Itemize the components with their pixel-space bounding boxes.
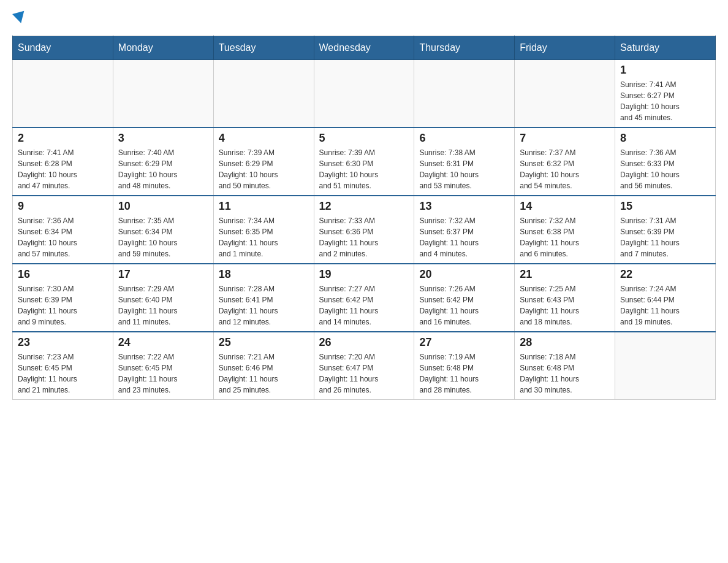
day-info: Sunrise: 7:20 AM Sunset: 6:47 PM Dayligh… [319,351,409,396]
day-info: Sunrise: 7:25 AM Sunset: 6:43 PM Dayligh… [520,283,610,327]
day-number: 28 [520,336,610,349]
day-info: Sunrise: 7:31 AM Sunset: 6:39 PM Dayligh… [620,215,710,259]
day-number: 25 [219,336,309,349]
calendar-cell: 9Sunrise: 7:36 AM Sunset: 6:34 PM Daylig… [13,196,113,264]
calendar-header-thursday: Thursday [414,36,515,60]
calendar-cell [414,60,515,128]
calendar-header-saturday: Saturday [615,36,716,60]
day-number: 15 [620,200,710,213]
day-info: Sunrise: 7:40 AM Sunset: 6:29 PM Dayligh… [118,147,208,191]
calendar-cell: 10Sunrise: 7:35 AM Sunset: 6:34 PM Dayli… [113,196,213,264]
day-number: 24 [118,336,208,349]
day-info: Sunrise: 7:21 AM Sunset: 6:46 PM Dayligh… [219,351,309,396]
day-number: 16 [18,268,108,281]
calendar-cell: 27Sunrise: 7:19 AM Sunset: 6:48 PM Dayli… [414,332,515,400]
calendar-cell: 8Sunrise: 7:36 AM Sunset: 6:33 PM Daylig… [615,128,716,196]
day-info: Sunrise: 7:24 AM Sunset: 6:44 PM Dayligh… [620,283,710,327]
calendar-cell: 1Sunrise: 7:41 AM Sunset: 6:27 PM Daylig… [615,60,716,128]
day-number: 17 [118,268,208,281]
calendar-cell: 13Sunrise: 7:32 AM Sunset: 6:37 PM Dayli… [414,196,515,264]
day-info: Sunrise: 7:18 AM Sunset: 6:48 PM Dayligh… [520,351,610,396]
day-number: 26 [319,336,409,349]
day-number: 3 [118,132,208,145]
day-info: Sunrise: 7:37 AM Sunset: 6:32 PM Dayligh… [520,147,610,191]
logo [12,12,26,23]
calendar-cell [515,60,615,128]
day-number: 11 [219,200,309,213]
day-info: Sunrise: 7:36 AM Sunset: 6:33 PM Dayligh… [620,147,710,191]
calendar-cell: 17Sunrise: 7:29 AM Sunset: 6:40 PM Dayli… [113,264,213,332]
calendar-cell: 4Sunrise: 7:39 AM Sunset: 6:29 PM Daylig… [213,128,314,196]
calendar-cell: 23Sunrise: 7:23 AM Sunset: 6:45 PM Dayli… [13,332,113,400]
day-number: 20 [419,268,509,281]
day-info: Sunrise: 7:33 AM Sunset: 6:36 PM Dayligh… [319,215,409,259]
day-number: 19 [319,268,409,281]
day-number: 23 [18,336,108,349]
day-info: Sunrise: 7:26 AM Sunset: 6:42 PM Dayligh… [419,283,509,327]
calendar-week-5: 23Sunrise: 7:23 AM Sunset: 6:45 PM Dayli… [13,332,716,400]
calendar-header-friday: Friday [515,36,615,60]
day-number: 1 [620,64,710,77]
day-number: 7 [520,132,610,145]
day-info: Sunrise: 7:29 AM Sunset: 6:40 PM Dayligh… [118,283,208,327]
calendar-cell: 15Sunrise: 7:31 AM Sunset: 6:39 PM Dayli… [615,196,716,264]
calendar-cell: 7Sunrise: 7:37 AM Sunset: 6:32 PM Daylig… [515,128,615,196]
calendar-cell: 6Sunrise: 7:38 AM Sunset: 6:31 PM Daylig… [414,128,515,196]
day-info: Sunrise: 7:41 AM Sunset: 6:28 PM Dayligh… [18,147,108,191]
day-info: Sunrise: 7:34 AM Sunset: 6:35 PM Dayligh… [219,215,309,259]
calendar-cell: 22Sunrise: 7:24 AM Sunset: 6:44 PM Dayli… [615,264,716,332]
calendar-cell: 18Sunrise: 7:28 AM Sunset: 6:41 PM Dayli… [213,264,314,332]
calendar-cell [113,60,213,128]
day-number: 6 [419,132,509,145]
day-number: 13 [419,200,509,213]
calendar-cell [213,60,314,128]
calendar-cell: 24Sunrise: 7:22 AM Sunset: 6:45 PM Dayli… [113,332,213,400]
calendar-week-4: 16Sunrise: 7:30 AM Sunset: 6:39 PM Dayli… [13,264,716,332]
day-info: Sunrise: 7:41 AM Sunset: 6:27 PM Dayligh… [620,79,710,123]
calendar-header-sunday: Sunday [13,36,113,60]
day-number: 18 [219,268,309,281]
calendar-week-1: 1Sunrise: 7:41 AM Sunset: 6:27 PM Daylig… [13,60,716,128]
calendar-cell: 16Sunrise: 7:30 AM Sunset: 6:39 PM Dayli… [13,264,113,332]
calendar-cell: 14Sunrise: 7:32 AM Sunset: 6:38 PM Dayli… [515,196,615,264]
calendar-cell: 25Sunrise: 7:21 AM Sunset: 6:46 PM Dayli… [213,332,314,400]
calendar-cell: 20Sunrise: 7:26 AM Sunset: 6:42 PM Dayli… [414,264,515,332]
calendar-cell [314,60,414,128]
calendar-cell [615,332,716,400]
day-info: Sunrise: 7:35 AM Sunset: 6:34 PM Dayligh… [118,215,208,259]
day-number: 14 [520,200,610,213]
calendar-cell: 5Sunrise: 7:39 AM Sunset: 6:30 PM Daylig… [314,128,414,196]
day-number: 12 [319,200,409,213]
calendar-cell: 19Sunrise: 7:27 AM Sunset: 6:42 PM Dayli… [314,264,414,332]
day-info: Sunrise: 7:38 AM Sunset: 6:31 PM Dayligh… [419,147,509,191]
calendar-cell: 21Sunrise: 7:25 AM Sunset: 6:43 PM Dayli… [515,264,615,332]
day-number: 21 [520,268,610,281]
day-info: Sunrise: 7:39 AM Sunset: 6:30 PM Dayligh… [319,147,409,191]
calendar-cell: 11Sunrise: 7:34 AM Sunset: 6:35 PM Dayli… [213,196,314,264]
calendar-cell: 28Sunrise: 7:18 AM Sunset: 6:48 PM Dayli… [515,332,615,400]
day-info: Sunrise: 7:22 AM Sunset: 6:45 PM Dayligh… [118,351,208,396]
day-number: 22 [620,268,710,281]
day-info: Sunrise: 7:32 AM Sunset: 6:37 PM Dayligh… [419,215,509,259]
day-number: 27 [419,336,509,349]
day-info: Sunrise: 7:19 AM Sunset: 6:48 PM Dayligh… [419,351,509,396]
day-info: Sunrise: 7:28 AM Sunset: 6:41 PM Dayligh… [219,283,309,327]
page-header [12,12,716,23]
calendar-header-monday: Monday [113,36,213,60]
day-info: Sunrise: 7:36 AM Sunset: 6:34 PM Dayligh… [18,215,108,259]
day-info: Sunrise: 7:23 AM Sunset: 6:45 PM Dayligh… [18,351,108,396]
calendar-cell: 12Sunrise: 7:33 AM Sunset: 6:36 PM Dayli… [314,196,414,264]
calendar-header-row: SundayMondayTuesdayWednesdayThursdayFrid… [13,36,716,60]
day-number: 5 [319,132,409,145]
calendar-week-2: 2Sunrise: 7:41 AM Sunset: 6:28 PM Daylig… [13,128,716,196]
calendar-header-wednesday: Wednesday [314,36,414,60]
calendar-cell: 26Sunrise: 7:20 AM Sunset: 6:47 PM Dayli… [314,332,414,400]
logo-triangle-icon [12,11,27,25]
day-number: 9 [18,200,108,213]
day-info: Sunrise: 7:39 AM Sunset: 6:29 PM Dayligh… [219,147,309,191]
calendar-header-tuesday: Tuesday [213,36,314,60]
calendar-cell [13,60,113,128]
calendar-cell: 3Sunrise: 7:40 AM Sunset: 6:29 PM Daylig… [113,128,213,196]
day-number: 10 [118,200,208,213]
calendar-table: SundayMondayTuesdayWednesdayThursdayFrid… [12,36,716,400]
